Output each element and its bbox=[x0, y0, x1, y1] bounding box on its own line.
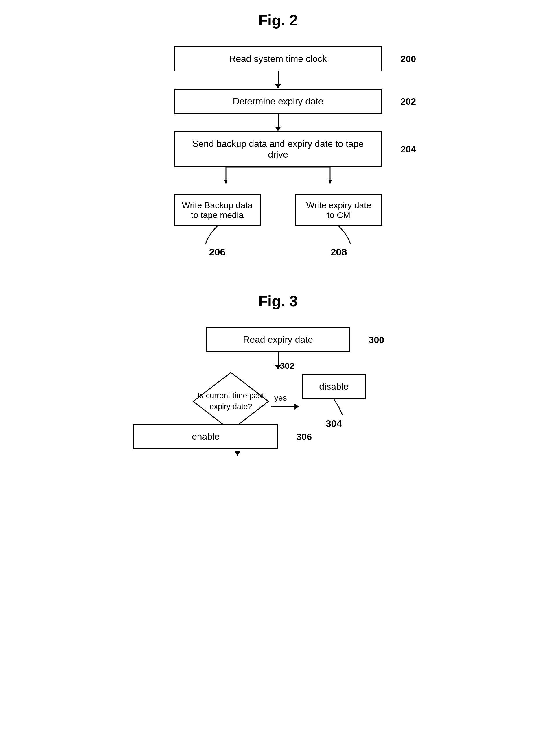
yes-arrow bbox=[271, 404, 299, 409]
fig3-container: Fig. 3 Read expiry date 300 Is current t… bbox=[119, 292, 437, 449]
yes-line bbox=[271, 406, 294, 407]
fig2-title: Fig. 2 bbox=[258, 11, 298, 29]
label-202: 202 bbox=[401, 96, 416, 107]
split-svg bbox=[174, 167, 382, 193]
split-boxes: Write Backup data to tape media 206 Writ… bbox=[174, 194, 382, 258]
box-300-wrapper: Read expiry date 300 bbox=[206, 327, 350, 352]
box-208: Write expiry date to CM bbox=[296, 194, 382, 226]
yes-label: yes bbox=[274, 393, 287, 403]
box-202: Determine expiry date 202 bbox=[174, 89, 382, 114]
diamond-row-302: Is current time past expiry date? 302 ye… bbox=[190, 370, 366, 433]
box-200: Read system time clock 200 bbox=[174, 46, 382, 71]
box-206: Write Backup data to tape media bbox=[174, 194, 260, 226]
diamond-302-wrapper: Is current time past expiry date? 302 bbox=[190, 370, 271, 433]
label-300: 300 bbox=[369, 334, 384, 345]
label-200: 200 bbox=[401, 53, 416, 64]
diamond-302-text: Is current time past expiry date? bbox=[190, 370, 271, 433]
yes-branch: yes bbox=[271, 393, 299, 409]
branch-208: Write expiry date to CM 208 bbox=[296, 194, 382, 258]
arrow-202-204 bbox=[275, 114, 281, 131]
label-206: 206 bbox=[209, 246, 225, 258]
label-208: 208 bbox=[331, 246, 347, 258]
box-304: disable bbox=[302, 374, 366, 399]
box-204: Send backup data and expiry date to tape… bbox=[174, 131, 382, 167]
svg-marker-4 bbox=[328, 180, 332, 184]
label-206-connector bbox=[200, 226, 235, 244]
page-container: Fig. 2 Read system time clock 200 Determ… bbox=[119, 11, 437, 449]
box-300: Read expiry date 300 bbox=[206, 327, 350, 352]
label-304: 304 bbox=[326, 418, 342, 429]
label-204: 204 bbox=[401, 144, 416, 155]
fig2-container: Fig. 2 Read system time clock 200 Determ… bbox=[119, 11, 437, 258]
box-304-wrapper: disable 304 bbox=[302, 374, 366, 429]
arrow-head-right-yes bbox=[294, 404, 299, 409]
branch-206: Write Backup data to tape media 206 bbox=[174, 194, 260, 258]
label-208-connector bbox=[321, 226, 356, 244]
svg-marker-3 bbox=[224, 180, 228, 184]
box-306-wrapper: enable 306 bbox=[133, 424, 278, 449]
no-arrow-down bbox=[235, 451, 240, 456]
label-302: 302 bbox=[280, 361, 294, 371]
box-306: enable 306 bbox=[133, 424, 278, 449]
label-304-connector bbox=[319, 399, 348, 415]
split-connector-204 bbox=[174, 167, 382, 194]
arrow-200-202 bbox=[275, 71, 281, 89]
label-306: 306 bbox=[297, 431, 312, 442]
fig3-title: Fig. 3 bbox=[258, 292, 298, 310]
